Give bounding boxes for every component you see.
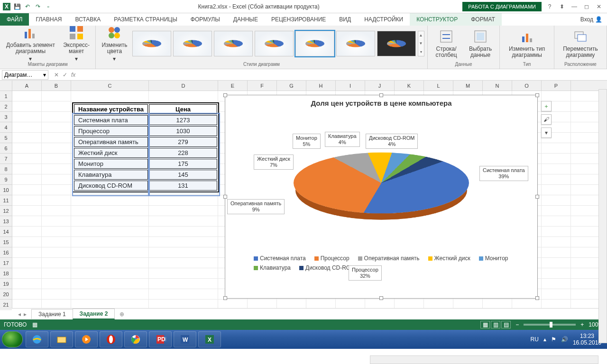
row-header[interactable]: 2 <box>0 101 12 112</box>
column-header[interactable]: B <box>42 81 71 91</box>
change-colors-button[interactable]: Изменить цвета▾ <box>99 27 130 61</box>
tab-insert[interactable]: ВСТАВКА <box>68 13 107 26</box>
legend-item[interactable]: Оперативная память <box>358 255 420 262</box>
undo-icon[interactable]: ↶ <box>23 2 32 11</box>
column-header[interactable]: L <box>424 81 453 91</box>
row-header[interactable]: 10 <box>0 185 12 195</box>
table-row[interactable]: Системная плата1273 <box>74 115 217 125</box>
column-headers[interactable]: ABCDEFGHIJKLMNOP <box>12 81 607 91</box>
column-header[interactable]: C <box>71 81 149 91</box>
chart-styles-button[interactable]: 🖌 <box>541 114 552 125</box>
row-header[interactable] <box>0 81 12 91</box>
minimize-icon[interactable]: — <box>570 3 579 10</box>
vertical-scrollbar[interactable] <box>598 89 607 343</box>
language-indicator[interactable]: RU <box>531 336 539 343</box>
column-header[interactable]: P <box>542 81 571 91</box>
enter-icon[interactable]: ✓ <box>63 72 67 78</box>
new-file-icon[interactable]: ▫ <box>44 2 53 11</box>
tab-review[interactable]: РЕЦЕНЗИРОВАНИЕ <box>265 13 332 26</box>
ribbon-collapse-icon[interactable]: ⬍ <box>558 3 566 10</box>
taskbar-mediaplayer-icon[interactable] <box>75 331 98 347</box>
chart-style-7[interactable] <box>377 31 416 56</box>
row-header[interactable]: 6 <box>0 143 12 154</box>
legend-item[interactable]: Клавиатура <box>254 264 291 271</box>
cancel-icon[interactable]: ✕ <box>54 72 59 78</box>
tray-chevron-icon[interactable]: ▴ <box>543 336 546 343</box>
row-header[interactable]: 11 <box>0 195 12 206</box>
macro-record-icon[interactable]: ▦ <box>32 321 37 328</box>
data-label[interactable]: Оперативная память9% <box>227 199 285 214</box>
tab-view[interactable]: ВИД <box>332 13 358 26</box>
legend-item[interactable]: Жесткий диск <box>428 255 470 262</box>
action-center-icon[interactable]: ⚑ <box>551 336 556 343</box>
table-row[interactable]: Монитор175 <box>74 159 217 169</box>
tab-format[interactable]: ФОРМАТ <box>464 13 502 26</box>
row-header[interactable]: 19 <box>0 279 12 289</box>
taskbar-opera-icon[interactable] <box>100 331 122 347</box>
row-header[interactable]: 4 <box>0 122 12 133</box>
tab-addins[interactable]: НАДСТРОЙКИ <box>358 13 410 26</box>
chart-object[interactable]: Доля цен устройств в цене компьютера Сис… <box>225 95 538 299</box>
tab-home[interactable]: ГЛАВНАЯ <box>29 13 68 26</box>
fx-icon[interactable]: fx <box>71 72 75 78</box>
row-header[interactable]: 18 <box>0 268 12 279</box>
column-header[interactable]: O <box>512 81 542 91</box>
quick-layout-button[interactable]: Экспресс- макет▾ <box>60 27 92 61</box>
taskbar-ie-icon[interactable] <box>26 331 48 347</box>
zoom-out-icon[interactable]: − <box>515 321 519 328</box>
data-label[interactable]: Жесткий диск7% <box>254 155 294 170</box>
column-header[interactable]: N <box>483 81 512 91</box>
row-header[interactable]: 15 <box>0 237 12 247</box>
chart-plot-area[interactable]: Системная плата39%Процессор32%Оперативна… <box>225 109 537 251</box>
add-chart-element-button[interactable]: Добавить элемент диаграммы▾ <box>3 27 58 61</box>
row-header[interactable]: 12 <box>0 206 12 216</box>
row-header[interactable]: 8 <box>0 164 12 174</box>
legend-item[interactable]: Дисковод CD-ROM <box>299 264 355 271</box>
zoom-slider[interactable] <box>524 324 576 326</box>
row-header[interactable]: 5 <box>0 133 12 143</box>
sheet-tab-2[interactable]: Задание 2 <box>73 309 115 319</box>
row-header[interactable]: 20 <box>0 289 12 300</box>
column-header[interactable]: H <box>306 81 336 91</box>
start-button[interactable] <box>2 331 23 347</box>
row-header[interactable]: 14 <box>0 227 12 237</box>
sheet-nav[interactable]: ◂▸ <box>13 311 31 318</box>
zoom-in-icon[interactable]: + <box>580 321 584 328</box>
table-row[interactable]: Процессор1030 <box>74 126 217 136</box>
tab-file[interactable]: ФАЙЛ <box>0 13 29 26</box>
select-data-button[interactable]: Выбрать данные <box>464 27 497 61</box>
taskbar-explorer-icon[interactable] <box>50 331 73 347</box>
data-label[interactable]: Монитор5% <box>293 134 321 149</box>
normal-view-icon[interactable]: ▦ <box>480 321 490 328</box>
switch-row-column-button[interactable]: Строка/ столбец <box>431 27 462 61</box>
data-label[interactable]: Дисковод CD-ROM4% <box>366 134 418 149</box>
data-label[interactable]: Процессор32% <box>349 265 382 281</box>
chart-style-5[interactable] <box>295 31 334 56</box>
save-icon[interactable]: 💾 <box>12 2 22 11</box>
chart-style-4[interactable] <box>255 31 294 56</box>
taskbar-clock[interactable]: 13:2316.05.2016 <box>573 333 601 346</box>
column-header[interactable]: E <box>218 81 248 91</box>
column-header[interactable]: M <box>453 81 483 91</box>
chart-title[interactable]: Доля цен устройств в цене компьютера <box>225 95 537 109</box>
volume-icon[interactable]: 🔊 <box>561 336 568 343</box>
chart-style-2[interactable] <box>173 31 212 56</box>
signin-button[interactable]: Вход👤 <box>576 13 607 26</box>
row-header[interactable]: 1 <box>0 91 12 101</box>
table-row[interactable]: Дисковод CD-ROM131 <box>74 181 217 191</box>
legend-item[interactable]: Процессор <box>314 255 349 262</box>
help-icon[interactable]: ? <box>545 3 554 10</box>
pie-3d[interactable] <box>294 153 469 214</box>
taskbar-chrome-icon[interactable] <box>124 331 147 347</box>
row-headers[interactable]: 123456789101112131415161718192021 <box>0 81 12 308</box>
row-header[interactable]: 9 <box>0 174 12 185</box>
data-label[interactable]: Клавиатура4% <box>325 132 360 147</box>
chart-style-3[interactable] <box>214 31 253 56</box>
close-icon[interactable]: ✕ <box>595 3 603 10</box>
add-sheet-button[interactable]: ⊕ <box>117 311 127 318</box>
table-row[interactable]: Жесткий диск228 <box>74 148 217 158</box>
horizontal-scrollbar[interactable] <box>370 355 598 364</box>
data-table[interactable]: Название устройстваЦена Системная плата1… <box>72 102 219 192</box>
column-header[interactable]: K <box>395 81 424 91</box>
table-row[interactable]: Оперативная память279 <box>74 137 217 147</box>
